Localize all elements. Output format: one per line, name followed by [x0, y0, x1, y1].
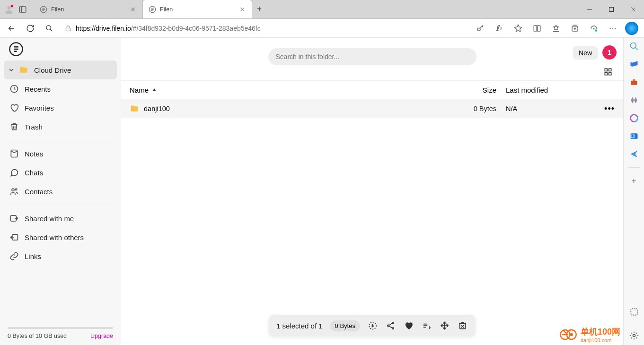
browser-tab[interactable]: Filen [143, 0, 252, 18]
sidebar-item-trash[interactable]: Trash [4, 117, 117, 136]
edge-send-icon[interactable] [629, 149, 639, 159]
sidebar-item-label: Chats [25, 169, 43, 177]
filen-logo-icon[interactable] [9, 42, 24, 57]
tab-actions-icon[interactable] [18, 5, 27, 14]
upgrade-link[interactable]: Upgrade [90, 333, 113, 339]
download-icon[interactable] [368, 320, 378, 331]
browser-sidebar: + [623, 38, 644, 345]
favorite-icon[interactable] [510, 21, 527, 36]
sidebar-item-recents[interactable]: Recents [4, 79, 117, 98]
svg-rect-12 [534, 26, 537, 31]
divider [4, 140, 117, 140]
sidebar-item-notes[interactable]: Notes [4, 144, 117, 163]
sidebar-item-label: Links [25, 252, 41, 260]
window-close-button[interactable] [622, 0, 644, 19]
share-in-icon [9, 214, 19, 223]
divider [4, 205, 117, 205]
svg-point-44 [630, 43, 636, 49]
filen-favicon-icon [149, 6, 156, 13]
site-info-icon[interactable] [64, 25, 72, 32]
edge-search-icon[interactable] [629, 42, 639, 51]
sidebar-item-chats[interactable]: Chats [4, 163, 117, 182]
sort-asc-icon [151, 87, 157, 93]
folder-icon [130, 104, 139, 113]
svg-point-26 [12, 189, 14, 191]
sidebar-item-favorites[interactable]: Favorites [4, 98, 117, 117]
sidebar-item-shared-with-others[interactable]: Shared with others [4, 228, 117, 247]
svg-line-9 [50, 29, 52, 31]
browser-addressbar: https://drive.filen.io/#/34f8d932-b0d9-4… [0, 19, 644, 38]
sidebar-item-label: Shared with me [25, 215, 74, 223]
svg-point-21 [610, 27, 611, 28]
svg-point-22 [612, 27, 613, 28]
settings-menu-icon[interactable] [604, 21, 621, 36]
filen-favicon-icon [40, 6, 47, 13]
sidebar-item-contacts[interactable]: Contacts [4, 182, 117, 201]
nav-refresh-button[interactable] [23, 21, 38, 36]
new-tab-button[interactable]: + [252, 0, 267, 18]
edge-shopping-icon[interactable] [629, 60, 639, 69]
grid-view-icon[interactable] [603, 67, 613, 77]
chevron-down-icon [8, 66, 15, 74]
collections-icon[interactable] [566, 21, 583, 36]
selection-count: 1 selected of 1 [276, 322, 323, 330]
url-text: https://drive.filen.io/#/34f8d932-b0d9-4… [76, 25, 261, 32]
sidebar-item-links[interactable]: Links [4, 247, 117, 266]
column-size[interactable]: Size [459, 86, 506, 94]
file-row[interactable]: danji100 0 Bytes N/A ••• [121, 99, 623, 118]
browser-tab[interactable]: Filen [34, 0, 143, 18]
copilot-icon[interactable] [623, 21, 640, 36]
nav-search-button[interactable] [42, 21, 57, 36]
divider [628, 167, 640, 168]
read-aloud-icon[interactable] [491, 21, 508, 36]
split-screen-icon[interactable] [529, 21, 546, 36]
rename-icon[interactable] [422, 320, 432, 331]
new-button[interactable]: New [573, 46, 598, 60]
search-input[interactable]: Search in this folder... [268, 48, 476, 65]
link-icon [9, 251, 19, 261]
favorites-bar-icon[interactable] [547, 21, 565, 36]
svg-rect-30 [605, 69, 607, 71]
watermark: 单机100网 danji100.com [559, 325, 620, 344]
edge-games-icon[interactable] [629, 95, 639, 105]
sidebar-item-cloud-drive[interactable]: Cloud Drive [4, 60, 117, 79]
edge-outlook-icon[interactable] [629, 131, 639, 141]
row-more-icon[interactable]: ••• [600, 104, 615, 114]
delete-icon[interactable] [458, 320, 468, 331]
performance-icon[interactable] [585, 21, 602, 36]
passwords-icon[interactable] [472, 21, 489, 36]
browser-tabs: Filen Filen + [34, 0, 579, 18]
contacts-icon [9, 187, 19, 196]
sidebar-item-label: Contacts [25, 188, 53, 196]
window-minimize-button[interactable] [579, 0, 600, 19]
edge-settings-icon[interactable] [629, 331, 639, 340]
edge-tools-icon[interactable] [629, 78, 639, 87]
url-field[interactable]: https://drive.filen.io/#/34f8d932-b0d9-4… [61, 21, 468, 36]
favorite-action-icon[interactable] [404, 320, 414, 331]
edge-screenshot-icon[interactable] [629, 307, 639, 317]
close-tab-icon[interactable] [238, 6, 246, 13]
svg-rect-31 [609, 69, 611, 71]
user-avatar[interactable]: 1 [602, 45, 617, 60]
heart-icon [9, 103, 19, 112]
column-modified[interactable]: Last modified [506, 86, 615, 94]
share-icon[interactable] [386, 320, 396, 331]
svg-rect-13 [538, 26, 540, 31]
sidebar-item-shared-with-me[interactable]: Shared with me [4, 209, 117, 228]
column-name[interactable]: Name [130, 86, 459, 94]
svg-line-45 [635, 48, 637, 50]
edge-add-icon[interactable]: + [631, 176, 636, 186]
svg-point-20 [595, 29, 597, 32]
browser-titlebar: Filen Filen + [0, 0, 644, 19]
edge-office-icon[interactable] [629, 113, 639, 123]
close-tab-icon[interactable] [129, 6, 137, 13]
sidebar-item-label: Notes [25, 150, 43, 158]
sidebar-item-label: Cloud Drive [34, 66, 71, 74]
svg-point-8 [46, 26, 51, 30]
nav-back-button[interactable] [4, 21, 19, 36]
window-maximize-button[interactable] [600, 0, 622, 19]
file-name: danji100 [144, 105, 170, 112]
profile-icon[interactable] [4, 4, 14, 15]
chat-icon [9, 168, 19, 177]
move-icon[interactable] [440, 320, 450, 331]
